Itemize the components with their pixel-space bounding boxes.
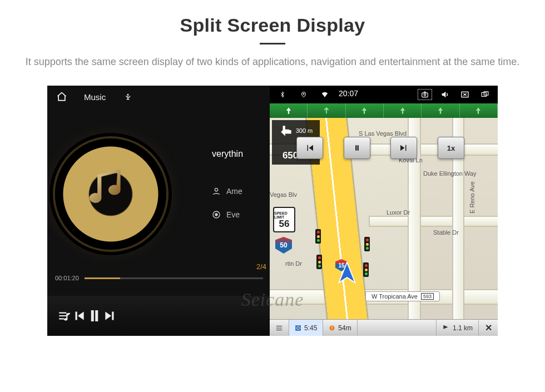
artist-row: Ame [212, 187, 242, 196]
nav-pause-button[interactable] [344, 137, 370, 159]
artist-name: Ame [226, 187, 242, 196]
street-label: Stable Dr [433, 229, 459, 236]
right-pane: 20:07 [270, 86, 498, 336]
album-row: Eve [212, 210, 240, 219]
svg-rect-10 [332, 326, 333, 329]
lane-arrow [384, 103, 422, 118]
svg-point-0 [215, 188, 217, 191]
music-note-icon [83, 166, 133, 216]
street-label: Vegas Blv [270, 191, 297, 198]
device-stage: Music verythin [47, 86, 498, 336]
progress-bar[interactable] [85, 277, 263, 279]
nav-close-button[interactable]: ✕ [479, 322, 498, 333]
status-time: 20:07 [339, 89, 358, 100]
street-label: Duke Ellington Way [423, 170, 477, 177]
pause-icon[interactable] [86, 307, 103, 324]
nav-position-arrow [335, 260, 359, 287]
progress-row: 00:01:20 [55, 275, 263, 281]
nav-dest-distance[interactable]: 1.1 km [437, 320, 479, 336]
volume-icon[interactable] [438, 89, 452, 100]
street-label: E Reno Ave [469, 181, 475, 214]
lane-arrow [346, 103, 384, 118]
queue-icon[interactable] [57, 309, 72, 323]
page-description: It supports the same screen display of t… [0, 54, 545, 69]
svg-point-5 [424, 94, 426, 96]
lane-arrow [270, 103, 308, 118]
lane-guidance [270, 103, 498, 118]
nav-next-button[interactable] [390, 137, 417, 159]
nav-media-controls: 1x [296, 137, 464, 159]
street-label: Luxor Dr [387, 209, 410, 216]
bluetooth-icon[interactable] [275, 89, 290, 100]
disc-icon [212, 210, 221, 219]
nav-bottom-bar: 5:45 54m 1.1 km ✕ [270, 319, 498, 336]
camera-icon[interactable] [418, 89, 432, 100]
music-topbar-title: Music [84, 92, 106, 102]
nav-eta[interactable]: 5:45 [289, 320, 323, 336]
next-icon[interactable] [103, 309, 117, 323]
user-icon [212, 187, 221, 196]
music-controls [47, 296, 270, 336]
street-label: S Las Vegas Blvd [359, 130, 407, 137]
lane-arrow [422, 103, 459, 118]
usb-icon[interactable] [122, 92, 133, 102]
current-street-pill: W Tropicana Ave 593 [365, 291, 440, 301]
track-counter: 2/4 [256, 262, 266, 271]
traffic-light-icon [364, 237, 370, 251]
turn-left-icon [279, 123, 294, 138]
traffic-light-icon [316, 255, 322, 269]
nav-speed-button[interactable]: 1x [438, 137, 464, 159]
street-label: rtin Dr [285, 260, 302, 267]
lane-arrow [308, 103, 345, 118]
split-icon[interactable] [478, 89, 492, 100]
traffic-light-icon [315, 229, 321, 244]
speed-limit-sign: SPEED LIMIT 56 [273, 207, 295, 232]
album-name: Eve [226, 210, 240, 219]
time-elapsed: 00:01:20 [55, 275, 79, 281]
track-title: verythin [212, 149, 243, 159]
title-underline [260, 43, 285, 44]
lane-arrow [460, 103, 498, 118]
music-pane: Music verythin [47, 86, 270, 336]
svg-point-2 [215, 214, 217, 216]
prev-icon[interactable] [72, 309, 86, 323]
nav-menu-button[interactable] [270, 320, 289, 336]
svg-point-3 [303, 93, 304, 95]
music-topbar: Music [47, 86, 270, 108]
album-art [55, 138, 166, 250]
nav-alert-distance[interactable]: 54m [323, 320, 357, 336]
page-title: Split Screen Display [0, 14, 545, 36]
svg-rect-11 [332, 329, 333, 330]
turn-next-distance: 300 m [296, 127, 313, 134]
svg-rect-4 [422, 93, 428, 97]
gps-pin-icon[interactable] [296, 89, 311, 100]
status-bar: 20:07 [270, 86, 498, 103]
wifi-icon[interactable] [318, 89, 332, 100]
nav-prev-button[interactable] [296, 137, 323, 159]
close-app-icon[interactable] [458, 89, 472, 100]
home-icon[interactable] [56, 91, 67, 102]
traffic-light-icon [363, 262, 369, 277]
